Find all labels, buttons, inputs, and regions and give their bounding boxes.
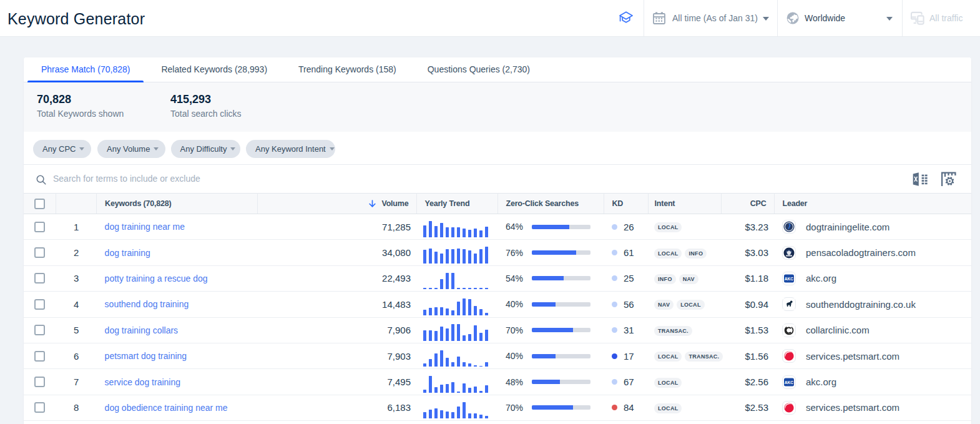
- svg-text:AKC: AKC: [785, 380, 794, 385]
- svg-text:AKC: AKC: [785, 277, 794, 281]
